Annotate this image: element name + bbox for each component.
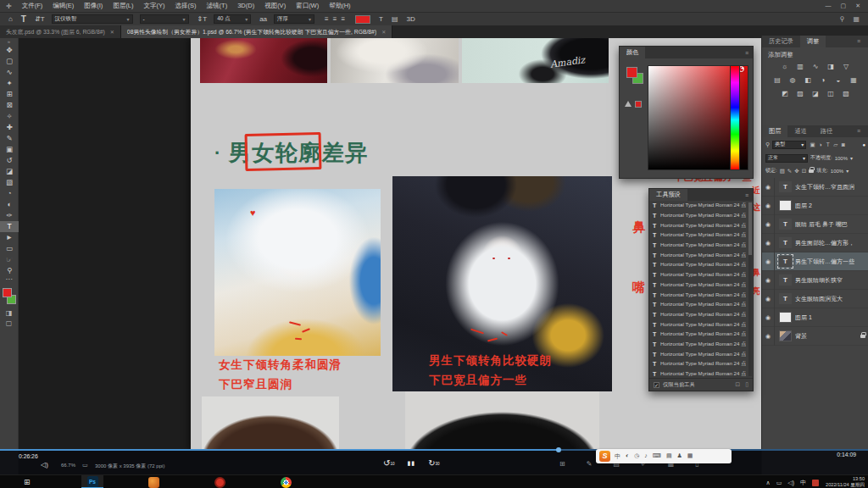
panel-menu-icon[interactable]: ≡ [745,192,753,198]
menu-item[interactable]: 文字(Y) [139,0,170,12]
lock-all-icon[interactable] [809,169,814,173]
levels-icon[interactable]: ▥ [795,62,806,72]
ime-shape-icon[interactable]: ◐ [626,452,629,461]
posterize-icon[interactable]: ▨ [795,89,806,99]
panel-menu-icon[interactable]: ≡ [857,128,865,134]
taskbar-app-red[interactable] [209,475,231,488]
layer-row[interactable]: ◉ T 眼睛 眉毛 鼻子 嘴巴 [762,215,868,234]
menu-item[interactable]: 图层(L) [108,0,138,12]
lock-paint-icon[interactable]: ✎ [787,168,792,175]
layer-row[interactable]: ◉ 图层 1 [762,308,868,327]
tool-preset-item[interactable]: T Horizontal Type Myriad Roman 24 点 [649,211,748,221]
quick-selection-tool[interactable]: ✦ [0,78,19,89]
layer-row[interactable]: ◉ T 男生下颌转…偏方一些 [762,252,868,271]
eraser-tool[interactable]: ◪ [0,166,19,177]
layer-row[interactable]: ◉ T 男生面部轮…偏方形， [762,234,868,252]
menu-item[interactable]: 编辑(E) [47,0,79,12]
brush-tool[interactable]: ✎ [0,133,19,144]
ime-toolbox-icon[interactable]: ▦ [687,452,693,461]
start-button-icon[interactable]: ⊞ [24,478,31,486]
video-playhead[interactable] [556,447,561,452]
tool-preset-item[interactable]: T Horizontal Type Myriad Roman 24 点 [649,220,748,230]
hue-slider-marker[interactable]: ◂ [741,64,743,70]
visibility-eye-icon[interactable]: ◉ [762,327,775,346]
taskbar-app-chrome[interactable] [275,475,297,488]
ime-mic-icon[interactable]: ♪ [644,452,648,461]
layer-filter-select[interactable]: 类型▾ [772,141,806,149]
blur-tool[interactable]: ◔ [0,188,19,199]
annotate-pen-icon[interactable]: ✎ [587,460,593,468]
lock-artboard-icon[interactable]: ⊡ [802,168,806,175]
filter-toggle-icon[interactable]: ● [862,142,865,147]
rewind-10-icon[interactable]: ↺10 [383,458,394,468]
tool-preset-item[interactable]: T Horizontal Type Myriad Roman 24 点 [649,260,748,270]
lasso-tool[interactable]: ∿ [0,67,19,78]
search-icon[interactable]: ⚲ [840,15,845,23]
layer-row[interactable]: ◉ T 女生下颌转…窄且圆润 [762,178,868,197]
ime-keyboard-icon[interactable]: ⌨ [653,452,661,461]
close-icon[interactable]: ✕ [855,3,860,9]
taskbar-app-orange[interactable] [142,475,164,488]
curves-icon[interactable]: ∿ [810,62,821,72]
anti-alias-select[interactable]: 浑厚▾ [274,14,314,24]
volume-icon[interactable]: ◁) [41,461,48,469]
align-center-icon[interactable]: ≡ [333,15,337,23]
edit-toolbar-icon[interactable]: ⋯ [0,276,18,285]
close-tab-icon[interactable]: ✕ [381,29,386,35]
tab-tool-presets[interactable]: 工具预设 [649,189,687,201]
channel-mixer-icon[interactable]: ◒ [833,75,844,86]
color-balance-icon[interactable]: ◍ [787,75,798,86]
menu-item[interactable]: 图像(I) [79,0,108,12]
gradient-map-icon[interactable]: ◫ [826,89,837,99]
lock-transparent-icon[interactable]: ▨ [780,168,785,175]
panel-menu-icon[interactable]: ≡ [745,50,753,56]
foreground-color-swatch[interactable] [626,67,637,78]
move-tool[interactable]: ✥ [0,45,19,56]
brightness-contrast-icon[interactable]: ☼ [780,62,791,72]
visibility-eye-icon[interactable]: ◉ [762,215,775,234]
layer-row[interactable]: ◉ T 女生眼睛圆润宽大 [762,290,868,308]
menu-item[interactable]: 选择(S) [170,0,202,12]
visibility-eye-icon[interactable]: ◉ [762,178,775,197]
layer-thumbnail[interactable] [779,200,792,211]
menu-item[interactable]: 视图(V) [259,0,291,12]
layer-thumbnail[interactable]: T [779,274,792,286]
quick-mask-icon[interactable]: ◨ [0,308,18,319]
delete-preset-icon[interactable]: ▯ [745,381,748,388]
align-left-icon[interactable]: ≡ [325,15,329,23]
exposure-icon[interactable]: ◨ [826,62,837,72]
type-tool[interactable]: T [0,221,19,232]
fill-value[interactable]: 100% [831,169,843,174]
visibility-eye-icon[interactable]: ◉ [762,308,775,327]
minimize-icon[interactable]: — [826,3,832,9]
layer-thumbnail[interactable]: T [779,256,792,267]
layer-row[interactable]: ◉ T 男生眼睛细长狭窄 [762,271,868,290]
toggle-panels-icon[interactable]: ▤ [392,15,398,23]
selective-color-icon[interactable]: ▧ [841,89,852,99]
font-size-select[interactable]: 40 点▾ [214,14,251,24]
3d-mode-button[interactable]: 3D [407,15,415,23]
pen-tool[interactable]: ✑ [0,210,19,221]
sogou-logo-icon[interactable]: S [599,451,610,462]
layer-thumbnail[interactable] [779,312,792,323]
tray-volume-icon[interactable]: ◁) [787,480,794,486]
crop-tool[interactable]: ⊞ [0,89,19,100]
opacity-value[interactable]: 100% [835,156,848,161]
menu-item[interactable]: 滤镜(T) [202,0,233,12]
eyedropper-tool[interactable]: ✧ [0,111,19,122]
panel-tab[interactable]: 通道 [787,125,813,137]
panel-menu-icon[interactable]: ≡ [857,38,865,44]
tool-preset-item[interactable]: T Horizontal Type Myriad Roman 24 点 [649,330,748,340]
document-tab[interactable]: 08男性头像绘制（男女差异）1.psd @ 66.7% (男生下颌转角比较硬朗 … [121,25,392,38]
tray-ime-icon[interactable]: 中 [800,479,806,487]
healing-brush-tool[interactable]: ✚ [0,122,19,133]
color-lookup-icon[interactable]: ▦ [849,75,860,86]
hue-slider[interactable] [730,65,740,170]
lock-move-icon[interactable]: ✥ [794,168,798,175]
workspace-switcher-icon[interactable]: ▦ [853,15,860,23]
hand-tool[interactable]: ☞ [0,254,19,265]
tray-expand-icon[interactable]: ∧ [766,480,771,486]
document-tab[interactable]: 头发底.psd @ 33.3% (图层 6, RGB/8#) ✕ [0,25,121,38]
tool-preset-item[interactable]: T Horizontal Type Myriad Roman 24 点 [649,241,748,251]
tray-monitor-icon[interactable]: ▭ [776,480,782,486]
